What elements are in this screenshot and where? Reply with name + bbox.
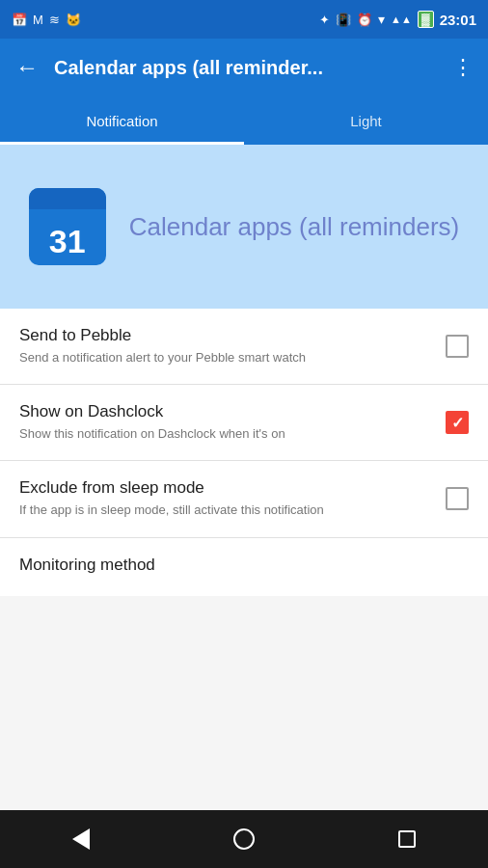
- monitoring-method-content: Monitoring method: [19, 556, 469, 579]
- show-on-dashclock-content: Show on Dashclock Show this notification…: [19, 402, 430, 443]
- wifi-icon: ▾: [378, 12, 385, 27]
- send-to-pebble-checkbox[interactable]: [446, 335, 469, 358]
- nav-bar: [0, 810, 488, 868]
- nav-home-button[interactable]: [223, 818, 265, 860]
- cat-status-icon: 🐱: [66, 13, 81, 27]
- gmail-status-icon: M: [33, 13, 43, 27]
- battery-icon: ▓: [418, 11, 434, 28]
- vibrate-icon: 📳: [336, 13, 351, 27]
- exclude-sleep-mode-checkbox[interactable]: [446, 487, 469, 510]
- more-options-button[interactable]: ⋮: [452, 55, 473, 80]
- show-on-dashclock-title: Show on Dashclock: [19, 402, 430, 421]
- bluetooth-icon: ✦: [319, 13, 330, 27]
- exclude-sleep-mode-item[interactable]: Exclude from sleep mode If the app is in…: [0, 461, 488, 537]
- swift-status-icon: ≋: [49, 13, 60, 27]
- calendar-icon-header: [29, 188, 106, 209]
- signal-icon: ▲▲: [391, 14, 412, 25]
- status-bar: 📅 M ≋ 🐱 ✦ 📳 ⏰ ▾ ▲▲ ▓ 23:01: [0, 0, 488, 39]
- send-to-pebble-title: Send to Pebble: [19, 326, 430, 345]
- home-circle-icon: [233, 828, 255, 850]
- app-icon: 31: [29, 188, 106, 265]
- send-to-pebble-item[interactable]: Send to Pebble Send a notification alert…: [0, 309, 488, 385]
- exclude-sleep-mode-desc: If the app is in sleep mode, still activ…: [19, 502, 430, 519]
- nav-back-button[interactable]: [60, 818, 102, 860]
- monitoring-method-item[interactable]: Monitoring method: [0, 538, 488, 596]
- tab-light[interactable]: Light: [244, 96, 488, 145]
- app-bar-title: Calendar apps (all reminder...: [54, 57, 437, 79]
- settings-list: Send to Pebble Send a notification alert…: [0, 309, 488, 596]
- monitoring-method-title: Monitoring method: [19, 556, 469, 575]
- status-time: 23:01: [440, 12, 476, 28]
- back-button[interactable]: ←: [15, 54, 39, 81]
- alarm-icon: ⏰: [357, 13, 372, 27]
- status-bar-right: ✦ 📳 ⏰ ▾ ▲▲ ▓ 23:01: [319, 11, 476, 28]
- recent-square-icon: [398, 830, 416, 848]
- send-to-pebble-desc: Send a notification alert to your Pebble…: [19, 349, 430, 366]
- hero-app-name: Calendar apps (all reminders): [129, 212, 459, 242]
- back-triangle-icon: [72, 828, 90, 850]
- exclude-sleep-mode-content: Exclude from sleep mode If the app is in…: [19, 478, 430, 519]
- calendar-date: 31: [49, 225, 86, 258]
- nav-recent-button[interactable]: [386, 818, 428, 860]
- show-on-dashclock-item[interactable]: Show on Dashclock Show this notification…: [0, 385, 488, 461]
- send-to-pebble-content: Send to Pebble Send a notification alert…: [19, 326, 430, 366]
- status-bar-left: 📅 M ≋ 🐱: [12, 13, 81, 27]
- show-on-dashclock-desc: Show this notification on Dashclock when…: [19, 425, 430, 443]
- exclude-sleep-mode-title: Exclude from sleep mode: [19, 478, 430, 498]
- show-on-dashclock-checkbox[interactable]: [446, 411, 469, 434]
- tab-notification[interactable]: Notification: [0, 96, 244, 145]
- hero-section: 31 Calendar apps (all reminders): [0, 145, 488, 309]
- app-bar: ← Calendar apps (all reminder... ⋮: [0, 39, 488, 96]
- calendar-status-icon: 📅: [12, 13, 27, 27]
- tabs-bar: Notification Light: [0, 96, 488, 145]
